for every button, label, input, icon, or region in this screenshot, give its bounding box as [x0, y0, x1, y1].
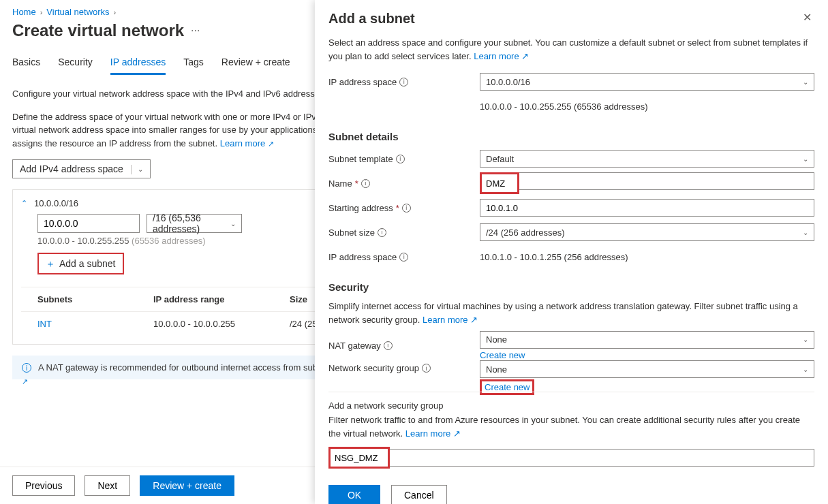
info-icon[interactable]: i	[396, 155, 405, 163]
subnet-name-input[interactable]	[482, 174, 517, 192]
security-heading: Security	[328, 281, 814, 293]
nsg-label: Network security group	[328, 363, 419, 373]
template-select[interactable]: Default ⌄	[480, 150, 814, 168]
breadcrumb-home[interactable]: Home	[12, 7, 36, 17]
add-address-space-dropdown[interactable]: Add IPv4 address space | ⌄	[12, 159, 151, 178]
intro-text-2b: virtual network address space into small…	[12, 125, 335, 135]
learn-more-link[interactable]: Learn more ↗	[423, 315, 478, 325]
chevron-down-icon: ⌄	[803, 155, 808, 163]
nat-gateway-label: NAT gateway	[328, 341, 381, 351]
nat-gateway-select[interactable]: None ⌄	[480, 331, 814, 349]
ip-space-label: IP address space	[328, 77, 397, 87]
tab-security[interactable]: Security	[58, 52, 93, 75]
external-link-icon: ↗	[521, 51, 529, 61]
next-button[interactable]: Next	[85, 475, 130, 496]
subnet-size-label: Subnet size	[328, 227, 375, 238]
tab-review[interactable]: Review + create	[221, 52, 290, 75]
external-link-icon: ↗	[268, 140, 274, 148]
name-label: Name	[328, 178, 352, 189]
intro-text-2c: assigns the resource an IP address from …	[12, 138, 217, 148]
add-subnet-button[interactable]: ＋ Add a subnet	[37, 253, 124, 274]
subnet-size-select[interactable]: /24 (256 addresses) ⌄	[480, 223, 814, 241]
info-icon[interactable]: i	[399, 78, 408, 86]
external-link-icon: ↗	[453, 428, 461, 439]
col-range: IP address range	[153, 294, 290, 304]
add-nsg-description: Filter network traffic to and from Azure…	[328, 415, 800, 439]
info-icon[interactable]: i	[361, 179, 370, 188]
page-title: Create virtual network	[12, 21, 184, 40]
tab-ip-addresses[interactable]: IP addresses	[110, 52, 166, 75]
info-icon[interactable]: i	[402, 204, 411, 212]
address-prefix-select[interactable]: /16 (65,536 addresses) ⌄	[147, 214, 242, 233]
panel-description: Select an address space and configure yo…	[328, 37, 808, 61]
ok-button[interactable]: OK	[328, 485, 380, 504]
chevron-down-icon: ⌄	[803, 336, 808, 343]
subnet-range-text: 10.0.1.0 - 10.0.1.255 (256 addresses)	[480, 252, 814, 262]
subnet-range: 10.0.0.0 - 10.0.0.255	[153, 319, 290, 329]
external-link-icon[interactable]: ↗	[22, 377, 28, 386]
subnet-name-link[interactable]: INT	[37, 319, 52, 329]
previous-button[interactable]: Previous	[12, 475, 75, 496]
address-ip-input[interactable]	[37, 214, 140, 233]
tab-tags[interactable]: Tags	[183, 52, 204, 75]
info-icon[interactable]: i	[384, 341, 393, 350]
starting-address-input[interactable]	[480, 199, 814, 217]
info-icon: i	[22, 363, 31, 373]
chevron-down-icon: ⌄	[138, 166, 143, 173]
security-description: Simplify internet access for virtual mac…	[328, 301, 798, 325]
nsg-select[interactable]: None ⌄	[480, 360, 814, 378]
panel-title: Add a subnet	[328, 11, 415, 27]
learn-more-link[interactable]: Learn more ↗	[220, 138, 274, 148]
chevron-down-icon: ⌄	[803, 229, 808, 236]
address-count-text: (65536 addresses)	[132, 236, 205, 246]
template-label: Subnet template	[328, 154, 393, 164]
chevron-down-icon: ⌄	[803, 366, 808, 373]
nat-create-new-link[interactable]: Create new	[480, 350, 525, 360]
cancel-button[interactable]: Cancel	[391, 485, 447, 504]
address-range-text: 10.0.0.0 - 10.0.255.255	[37, 236, 129, 246]
learn-more-link[interactable]: Learn more ↗	[405, 428, 461, 439]
info-icon[interactable]: i	[399, 253, 408, 262]
chevron-down-icon: ⌄	[230, 220, 236, 227]
chevron-down-icon: ⌄	[803, 78, 808, 86]
more-icon[interactable]: ···	[191, 25, 200, 37]
subnet-details-heading: Subnet details	[328, 131, 814, 142]
info-icon[interactable]: i	[422, 364, 431, 373]
ip-space-range-text: 10.0.0.0 - 10.0.255.255 (65536 addresses…	[480, 101, 814, 112]
review-create-button[interactable]: Review + create	[140, 475, 234, 496]
learn-more-link[interactable]: Learn more ↗	[474, 51, 529, 61]
chevron-up-icon: ⌃	[21, 199, 27, 208]
add-nsg-title: Add a network security group	[328, 400, 814, 411]
starting-address-label: Starting address	[328, 203, 393, 213]
chevron-right-icon: ›	[40, 8, 43, 16]
intro-text-2a: Define the address space of your virtual…	[12, 112, 338, 122]
chevron-right-icon: ›	[114, 8, 117, 16]
info-icon[interactable]: i	[378, 228, 386, 237]
ip-space-select[interactable]: 10.0.0.0/16 ⌄	[480, 73, 814, 91]
nsg-name-input[interactable]	[331, 449, 388, 467]
col-subnets: Subnets	[37, 294, 153, 304]
breadcrumb-vnets[interactable]: Virtual networks	[46, 7, 109, 17]
plus-icon: ＋	[46, 259, 55, 268]
tab-basics[interactable]: Basics	[12, 52, 40, 75]
ip-space-label-2: IP address space	[328, 252, 397, 262]
external-link-icon: ↗	[470, 315, 478, 325]
close-icon[interactable]: ✕	[800, 11, 814, 25]
